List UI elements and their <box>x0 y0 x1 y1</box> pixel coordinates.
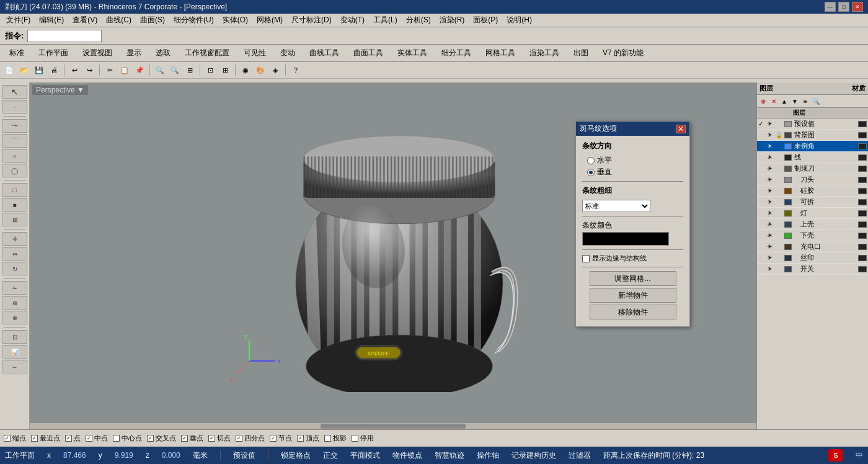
stripe-width-select[interactable]: 标准 <box>582 200 650 212</box>
snap-checkbox-最近点[interactable] <box>31 435 38 442</box>
layer-color-swatch[interactable] <box>784 244 792 250</box>
display-btn[interactable]: ◉ <box>239 63 252 77</box>
layer-row[interactable]: ☀ 制须刀 <box>757 163 868 174</box>
obj-snap-label[interactable]: 物件锁点 <box>392 450 422 461</box>
toolbar-tab-7[interactable]: 变动 <box>273 46 302 60</box>
layer-color-swatch[interactable] <box>784 221 792 228</box>
snap-btn[interactable]: ⊡ <box>203 63 217 77</box>
menu-item-t[interactable]: 变动(T) <box>337 14 368 27</box>
layer-row[interactable]: ☀ 开关 <box>757 264 868 275</box>
ortho-label[interactable]: 正交 <box>323 450 338 461</box>
snap-checkbox-中心点[interactable] <box>113 435 120 442</box>
layer-material-swatch[interactable] <box>858 221 867 228</box>
snap-option-中点[interactable]: 中点 <box>86 434 108 443</box>
layer-material-swatch[interactable] <box>858 210 867 216</box>
layer-visibility-icon[interactable]: ☀ <box>767 187 776 194</box>
horizontal-radio[interactable] <box>587 157 595 164</box>
snap-label[interactable]: 锁定格点 <box>281 450 311 461</box>
layer-row[interactable]: ☀ 下壳 <box>757 230 868 241</box>
snap-option-垂点[interactable]: 垂点 <box>181 434 203 443</box>
layer-row[interactable]: ☀ 硅胶 <box>757 185 868 197</box>
snap-checkbox-节点[interactable] <box>270 435 277 442</box>
layer-row[interactable]: ☀ 上壳 <box>757 219 868 230</box>
layer-material-swatch[interactable] <box>858 166 867 172</box>
layer-delete-icon[interactable]: ✕ <box>769 96 779 106</box>
layer-visibility-icon[interactable]: ☀ <box>767 176 776 183</box>
menu-item-u[interactable]: 细分物件(U) <box>170 14 218 27</box>
layer-visibility-icon[interactable]: ☀ <box>767 254 776 261</box>
snap-option-四分点[interactable]: 四分点 <box>236 434 265 443</box>
surface-btn[interactable]: □ <box>2 183 27 197</box>
menu-item-s[interactable]: 曲面(S) <box>136 14 169 27</box>
menu-item-s[interactable]: 分析(S) <box>402 14 435 27</box>
toolbar-tab-14[interactable]: 出图 <box>567 46 595 60</box>
open-btn[interactable]: 📂 <box>17 63 31 77</box>
circle-btn[interactable]: ○ <box>2 149 27 163</box>
cut-btn[interactable]: ✂ <box>103 63 117 77</box>
zoom-fit-btn[interactable]: ⊞ <box>183 63 197 77</box>
snap-option-交叉点[interactable]: 交叉点 <box>147 434 176 443</box>
analysis-btn[interactable]: 📊 <box>2 345 27 359</box>
trim-btn[interactable]: ✁ <box>2 281 27 295</box>
layer-visibility-icon[interactable]: ☀ <box>767 143 776 149</box>
dimension-btn[interactable]: ↔ <box>2 360 27 373</box>
layer-color-swatch[interactable] <box>784 188 792 194</box>
dialog-close-button[interactable]: ✕ <box>676 125 686 133</box>
add-object-button[interactable]: 新增物件 <box>590 288 676 303</box>
close-button[interactable]: ✕ <box>852 2 863 12</box>
snap-checkbox-垂点[interactable] <box>181 435 188 442</box>
layer-color-swatch[interactable] <box>784 199 792 205</box>
toolbar-tab-2[interactable]: 设置视图 <box>76 46 119 60</box>
snap-checkbox-投影[interactable] <box>324 435 331 442</box>
snap-option-投影[interactable]: 投影 <box>324 434 347 443</box>
layer-row[interactable]: ☀🔒背景图 <box>757 130 868 141</box>
snap-checkbox-中点[interactable] <box>86 435 92 442</box>
toolbar-tab-13[interactable]: 渲染工具 <box>523 46 566 60</box>
snap-option-点[interactable]: 点 <box>65 434 81 443</box>
toolbar-tab-1[interactable]: 工作平面 <box>32 46 75 60</box>
layer-color-swatch[interactable] <box>784 132 792 138</box>
layer-row[interactable]: ☀ 灯 <box>757 208 868 219</box>
vertical-radio[interactable] <box>587 169 595 176</box>
undo-btn[interactable]: ↩ <box>68 63 81 77</box>
layer-material-swatch[interactable] <box>858 266 867 272</box>
layer-color-swatch[interactable] <box>784 210 792 216</box>
snap-option-端点[interactable]: 端点 <box>4 434 26 443</box>
snap-checkbox-顶点[interactable] <box>297 435 304 442</box>
grid-btn[interactable]: ⊞ <box>218 63 232 77</box>
layer-material-swatch[interactable] <box>858 188 867 194</box>
menu-item-l[interactable]: 工具(L) <box>370 14 401 27</box>
toolbar-tab-5[interactable]: 工作视窗配置 <box>178 46 236 60</box>
layer-visibility-icon[interactable]: ☀ <box>767 265 776 272</box>
layer-material-swatch[interactable] <box>858 132 867 138</box>
scale-btn[interactable]: ⇔ <box>2 247 27 261</box>
layer-visibility-icon[interactable]: ☀ <box>767 120 776 127</box>
toolbar-tab-12[interactable]: 网格工具 <box>479 46 522 60</box>
help-btn[interactable]: ? <box>289 63 303 77</box>
filter-label[interactable]: 过滤器 <box>569 450 591 461</box>
op-axis-label[interactable]: 操作轴 <box>477 450 499 461</box>
layer-visibility-icon[interactable]: ☀ <box>767 199 776 205</box>
menu-item-v[interactable]: 查看(V) <box>69 14 101 27</box>
viewport-hscroll-thumb[interactable] <box>321 424 466 429</box>
remove-object-button[interactable]: 移除物件 <box>590 305 676 319</box>
show-edges-checkbox[interactable] <box>582 255 590 262</box>
snap-checkbox-四分点[interactable] <box>236 435 242 442</box>
record-history-label[interactable]: 记录建构历史 <box>512 450 556 461</box>
layer-visibility-icon[interactable]: ☀ <box>767 221 776 228</box>
menu-item-p[interactable]: 面板(P) <box>469 14 502 27</box>
print-btn[interactable]: 🖨 <box>47 63 61 77</box>
snap-checkbox-点[interactable] <box>65 435 72 442</box>
layer-options-icon[interactable]: ≡ <box>800 96 810 106</box>
layer-color-swatch[interactable] <box>784 154 792 161</box>
layer-down-icon[interactable]: ▼ <box>790 96 800 106</box>
snap-option-停用[interactable]: 停用 <box>352 434 374 443</box>
join-btn[interactable]: ⊕ <box>2 296 27 310</box>
layer-material-swatch[interactable] <box>858 154 867 161</box>
layer-row[interactable]: ✓☀ 预设值 <box>757 118 868 130</box>
menu-item-m[interactable]: 网格(M) <box>253 14 286 27</box>
layer-new-icon[interactable]: ⊕ <box>758 96 768 106</box>
toolbar-tab-6[interactable]: 可见性 <box>237 46 273 60</box>
snap-checkbox-端点[interactable] <box>4 435 11 442</box>
layer-row[interactable]: ☀ 丝印 <box>757 252 868 264</box>
